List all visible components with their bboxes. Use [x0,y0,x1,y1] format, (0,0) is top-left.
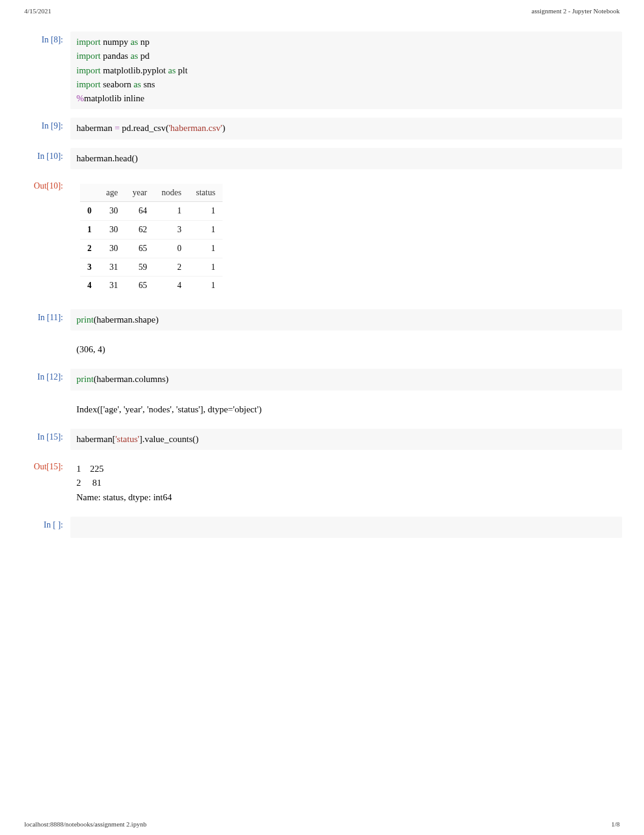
table-cell: 1 [189,258,223,277]
code-token: import [76,37,103,47]
code-token: haberman.head [76,153,132,163]
prompt-in-10: In [10]: [22,148,70,161]
prompt-in-9: In [9]: [22,118,70,131]
code-token: as [168,65,178,75]
table-index-cell: 3 [80,258,99,277]
prompt-in-empty: In [ ]: [22,517,70,530]
cell-in-11: In [11]: print(haberman.shape) [22,309,622,330]
code-token: as [130,37,140,47]
table-cell: 1 [189,202,223,221]
code-token: plt [178,65,188,75]
table-cell: 1 [189,239,223,258]
code-token: seaborn [103,79,133,89]
table-cell: 31 [99,277,125,295]
table-cell: 4 [155,277,189,295]
table-row: 4316541 [80,277,223,295]
prompt-empty-12 [22,399,70,403]
table-cell: 30 [99,239,125,258]
code-token: () [132,153,138,163]
code-token: np [140,37,149,47]
code-token: 'haberman.csv' [169,123,222,133]
code-token: pd [140,51,149,61]
cell-out-15: Out[15]: 1 225 2 81 Name: status, dtype:… [22,458,622,508]
table-index-cell: 0 [80,202,99,221]
code-token: import [76,51,103,61]
table-cell: 59 [125,258,154,277]
table-index-cell: 1 [80,221,99,240]
table-cell: 0 [155,239,189,258]
code-token: sns [143,79,155,89]
cell-in-10: In [10]: haberman.head() [22,148,622,169]
code-token: haberman [76,123,115,133]
code-token: 'status' [115,434,139,444]
table-row: 1306231 [80,221,223,240]
code-token: ) [166,374,169,384]
output-text-11: (306, 4) [70,339,622,360]
code-token: import [76,79,103,89]
table-cell: 1 [189,221,223,240]
code-token: = [115,123,122,133]
table-header: status [189,184,223,202]
table-cell: 1 [155,202,189,221]
prompt-in-8: In [8]: [22,32,70,45]
footer-page: 1/8 [611,820,620,828]
table-cell: 3 [155,221,189,240]
table-cell: 30 [99,202,125,221]
code-token: as [130,51,140,61]
page-header: 4/15/2021 assignment 2 - Jupyter Noteboo… [0,0,644,19]
table-cell: 1 [189,277,223,295]
cell-out-11: (306, 4) [22,339,622,360]
prompt-out-10: Out[10]: [22,178,70,191]
table-header: year [125,184,154,202]
notebook-area: In [8]: import numpy as npimport pandas … [0,19,644,538]
table-row: 2306501 [80,239,223,258]
table-row: 3315921 [80,258,223,277]
code-token: pd.read_csv [122,123,166,133]
table-header: age [99,184,125,202]
table-cell: 30 [99,221,125,240]
output-text-12: Index(['age', 'year', 'nodes', 'status']… [70,399,622,420]
table-row: 0306411 [80,202,223,221]
footer-url: localhost:8888/notebooks/assignment 2.ip… [24,820,147,828]
cell-in-empty: In [ ]: [22,517,622,538]
code-token: import [76,65,103,75]
code-block-empty[interactable] [70,517,622,538]
code-token: haberman.shape [96,315,155,324]
prompt-out-15: Out[15]: [22,458,70,472]
table-header: nodes [155,184,189,202]
cell-out-12: Index(['age', 'year', 'nodes', 'status']… [22,399,622,420]
table-corner [80,184,99,202]
code-token: haberman[ [76,434,115,444]
code-block-15[interactable]: haberman['status'].value_counts() [70,429,622,450]
cell-in-9: In [9]: haberman = pd.read_csv('haberman… [22,118,622,139]
code-token: % [76,93,84,103]
table-cell: 2 [155,258,189,277]
prompt-in-11: In [11]: [22,309,70,323]
header-title: assignment 2 - Jupyter Notebook [532,7,620,15]
code-token: ) [222,123,225,133]
table-index-cell: 4 [80,277,99,295]
code-token: ) [155,315,158,324]
cell-in-15: In [15]: haberman['status'].value_counts… [22,429,622,450]
dataframe-table: ageyearnodesstatus0306411130623123065013… [80,184,223,295]
prompt-in-15: In [15]: [22,429,70,442]
code-token: numpy [103,37,130,47]
code-token: print [76,315,93,324]
output-table-10: ageyearnodesstatus0306411130623123065013… [70,178,622,301]
output-text-15: 1 225 2 81 Name: status, dtype: int64 [70,458,622,508]
cell-in-8: In [8]: import numpy as npimport pandas … [22,32,622,109]
table-cell: 31 [99,258,125,277]
code-block-9[interactable]: haberman = pd.read_csv('haberman.csv') [70,118,622,139]
code-block-11[interactable]: print(haberman.shape) [70,309,622,330]
prompt-in-12: In [12]: [22,369,70,382]
code-block-10[interactable]: haberman.head() [70,148,622,169]
table-cell: 65 [125,277,154,295]
code-token: print [76,374,93,384]
code-token: matplotlib.pyplot [103,65,169,75]
code-token: pandas [103,51,130,61]
table-cell: 62 [125,221,154,240]
header-date: 4/15/2021 [24,7,52,15]
code-token: ].value_counts() [139,434,199,444]
code-block-8[interactable]: import numpy as npimport pandas as pdimp… [70,32,622,109]
code-block-12[interactable]: print(haberman.columns) [70,369,622,390]
